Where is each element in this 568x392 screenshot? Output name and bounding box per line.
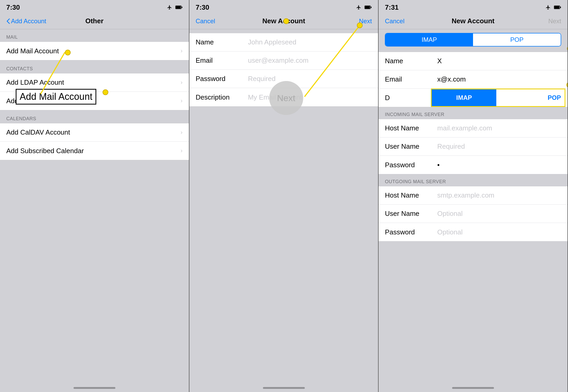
pop-button[interactable]: POP (473, 33, 561, 46)
status-icons-3 (544, 5, 561, 10)
password-placeholder[interactable]: Required (248, 75, 276, 83)
airplane-icon-2 (355, 5, 362, 10)
description-imap-btn[interactable]: IMAP (432, 89, 496, 106)
svg-rect-6 (371, 7, 372, 8)
battery-icon-3 (554, 5, 561, 10)
description-segment-wrapper: IMAP POP (431, 89, 565, 107)
incoming-host-row: Host Name mail.example.com (379, 119, 567, 137)
incoming-password-row: Password • (379, 156, 567, 174)
back-button-1[interactable]: Add Account (6, 18, 46, 25)
panel-3: 7:31 Cancel New Account Next IMAP POP Na… (379, 0, 568, 392)
outgoing-user-row: User Name Optional (379, 205, 567, 223)
chevron-icon-caldav: › (181, 129, 182, 136)
outgoing-server-form: Host Name smtp.example.com User Name Opt… (379, 186, 567, 241)
nav-bar-2: Cancel New Account Next (189, 14, 378, 29)
add-subscribed-label: Add Subscribed Calendar (6, 147, 84, 155)
incoming-server-header: INCOMING MAIL SERVER (379, 107, 567, 119)
battery-icon-2 (364, 5, 372, 10)
status-icons-2 (355, 5, 372, 10)
cancel-button-3[interactable]: Cancel (385, 18, 404, 25)
chevron-left-icon (6, 18, 10, 24)
cancel-button-2[interactable]: Cancel (196, 18, 215, 25)
battery-icon (175, 5, 183, 10)
next-circle: Next (269, 81, 303, 115)
name-value-3: X (437, 57, 442, 65)
nav-bar-1: Add Account Other (0, 14, 189, 29)
add-subscribed-calendar-item[interactable]: Add Subscribed Calendar › (0, 142, 189, 160)
chevron-icon-subscribed: › (181, 147, 182, 154)
chevron-icon-mail: › (181, 48, 182, 54)
email-row-3: Email x@x.com (379, 70, 567, 89)
svg-rect-1 (176, 6, 181, 9)
svg-rect-10 (560, 7, 561, 8)
description-label-3: D (379, 94, 431, 102)
status-bar-1: 7:30 (0, 0, 189, 14)
panel-2: 7:30 Cancel New Account Next Name John A… (189, 0, 379, 392)
chevron-icon-ldap: › (181, 79, 182, 86)
incoming-host-label: Host Name (385, 124, 437, 132)
section-calendars-header: CALENDARS (0, 111, 189, 123)
email-row: Email user@example.com (189, 51, 378, 70)
mail-list: Add Mail Account › (0, 42, 189, 60)
airplane-icon-3 (544, 5, 552, 10)
outgoing-server-header: OUTGOING MAIL SERVER (379, 174, 567, 186)
next-circle-label: Next (277, 93, 295, 103)
description-label: Description (196, 93, 248, 101)
pop-label: POP (510, 36, 524, 43)
name-row: Name John Appleseed (189, 33, 378, 51)
imap-button[interactable]: IMAP (385, 33, 473, 46)
status-bar-2: 7:30 (189, 0, 378, 14)
nav-title-3: New Account (452, 17, 494, 25)
outgoing-user-label: User Name (385, 210, 437, 218)
description-pop-btn[interactable]: POP (496, 89, 565, 106)
yellow-dot-2 (283, 18, 289, 24)
next-button-3[interactable]: Next (548, 18, 561, 25)
status-icons-1 (166, 5, 183, 10)
spacer-2 (189, 29, 378, 33)
section-contacts-header: CONTACTS (0, 61, 189, 73)
name-label: Name (196, 38, 248, 46)
home-indicator-1 (74, 387, 115, 389)
time-1: 7:30 (6, 3, 20, 11)
description-imap-label: IMAP (456, 94, 472, 101)
add-mail-account-label: Add Mail Account (6, 47, 59, 55)
airplane-icon (166, 5, 173, 10)
imap-pop-segment[interactable]: IMAP POP (385, 33, 561, 47)
email-label: Email (196, 56, 248, 65)
incoming-password-label: Password (385, 161, 437, 169)
incoming-password-value[interactable]: • (437, 161, 440, 169)
time-3: 7:31 (385, 3, 398, 11)
name-row-3: Name X (379, 52, 567, 70)
password-label: Password (196, 75, 248, 83)
imap-label: IMAP (421, 36, 437, 43)
outgoing-password-placeholder[interactable]: Optional (437, 228, 463, 236)
incoming-user-label: User Name (385, 142, 437, 151)
outgoing-user-placeholder[interactable]: Optional (437, 210, 463, 218)
incoming-user-placeholder[interactable]: Required (437, 142, 465, 151)
outgoing-password-row: Password Optional (379, 223, 567, 241)
add-mail-account-item[interactable]: Add Mail Account › (0, 42, 189, 60)
account-info-form: Name X Email x@x.com D IMAP POP (379, 52, 567, 107)
annotation-label-1: Add Mail Account (16, 90, 95, 104)
name-placeholder[interactable]: John Appleseed (248, 38, 296, 46)
annotation-box-1: Add Mail Account (16, 89, 96, 105)
time-2: 7:30 (196, 3, 209, 11)
email-value-3: x@x.com (437, 75, 466, 83)
email-placeholder[interactable]: user@example.com (248, 56, 309, 65)
outgoing-host-row: Host Name smtp.example.com (379, 186, 567, 205)
home-indicator-2 (263, 387, 305, 389)
add-caldav-label: Add CalDAV Account (6, 128, 70, 136)
svg-rect-9 (554, 6, 559, 9)
incoming-host-placeholder[interactable]: mail.example.com (437, 124, 492, 132)
section-mail-header: MAIL (0, 29, 189, 42)
outgoing-password-label: Password (385, 228, 437, 236)
add-caldav-account-item[interactable]: Add CalDAV Account › (0, 123, 189, 142)
svg-rect-5 (365, 6, 370, 9)
incoming-server-form: Host Name mail.example.com User Name Req… (379, 119, 567, 174)
back-label-1: Add Account (11, 18, 46, 25)
outgoing-host-placeholder[interactable]: smtp.example.com (437, 191, 494, 199)
outgoing-host-label: Host Name (385, 191, 437, 199)
yellow-dot-2-nav (357, 22, 363, 28)
status-bar-3: 7:31 (379, 0, 567, 14)
svg-rect-2 (182, 7, 182, 8)
